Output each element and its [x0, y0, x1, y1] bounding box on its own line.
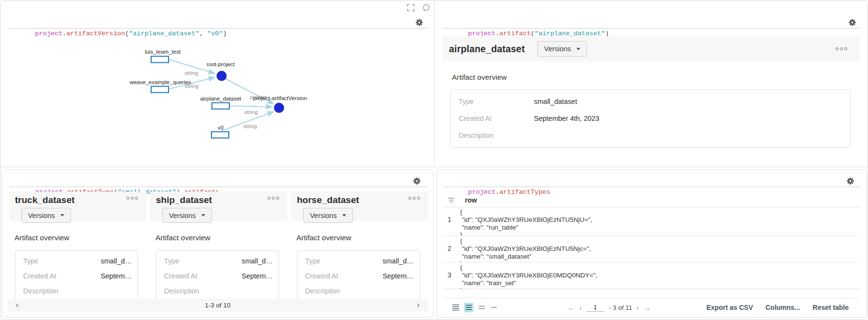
graph-node-root-project[interactable]	[217, 71, 226, 81]
artifact-header: airplane_dataset Versions	[443, 36, 860, 61]
artifact-card-horse-dataset: horse_dataset Versions Artifact overview…	[291, 192, 428, 299]
chevron-down-icon	[60, 214, 64, 217]
node-label: project-artifactVersion	[253, 95, 307, 101]
graph-node-project-artifactversion[interactable]	[274, 103, 284, 113]
table-body: 1 { "id": "QXJ0aWZhY3RUeXBlOjEzNTU5NjU="…	[443, 207, 859, 298]
table-pagination: ← ‹ - 3 of 11 › →	[568, 303, 651, 312]
artifact-card-ship-dataset: ship_dataset Versions Artifact overview …	[150, 192, 287, 299]
row-label: Created At	[459, 115, 534, 122]
edge-label: string	[184, 70, 198, 76]
expression-editor[interactable]: project.artifact("airplane_dataset")	[443, 16, 860, 29]
row-number: 3	[443, 262, 460, 289]
expression-editor[interactable]: project.artifactType("small_dataset").ar…	[10, 175, 427, 187]
artifact-version-graph: string string project string string luis…	[0, 0, 434, 166]
row-value: September 4th, 2023	[534, 115, 599, 122]
more-options-icon[interactable]	[407, 197, 421, 200]
row-label: Type	[459, 98, 534, 105]
table-header: row	[443, 193, 859, 207]
row-json: { "id": "QXJ0aWZhY3RUeXBlOjEzNTU5Njc=", …	[460, 236, 859, 262]
graph-node-v0[interactable]	[211, 132, 229, 138]
row-density-controls	[452, 303, 498, 312]
node-label: weave_example_queries	[129, 79, 191, 85]
next-page-icon[interactable]: ›	[637, 304, 639, 312]
overview-section-title: Artifact overview	[155, 233, 210, 242]
node-label: v0	[218, 125, 224, 131]
page-range-label: - 3 of 11	[609, 304, 632, 311]
versions-dropdown[interactable]: Versions	[303, 208, 353, 223]
graph-node-luis-team-test[interactable]	[151, 57, 168, 63]
expression-editor[interactable]: project.artifactTypes	[443, 175, 860, 187]
table-footer: ← ‹ - 3 of 11 › → Export as CSV Columns.…	[443, 298, 859, 317]
overview-row: Description	[450, 127, 850, 144]
table-actions: Export as CSV Columns... Reset table	[706, 304, 849, 311]
row-number: 1	[443, 207, 460, 235]
overview-table: Typesmall_d… Created AtSeptem… Descripti…	[15, 250, 138, 299]
prev-page-icon[interactable]: ‹	[16, 299, 18, 312]
overview-row: Type small_dataset	[450, 93, 850, 110]
artifact-card-truck-dataset: truck_dataset Versions Artifact overview…	[9, 192, 146, 299]
more-options-icon[interactable]	[126, 197, 139, 200]
graph-node-airplane-dataset[interactable]	[212, 103, 229, 109]
node-label: luis_team_test	[145, 49, 181, 55]
export-csv-button[interactable]: Export as CSV	[706, 304, 753, 311]
panel-settings-gear-icon[interactable]	[849, 19, 856, 26]
table-row[interactable]: 3 { "id": "QXJ0aWZhY3RUeXBlOjE0MDQ0NDY="…	[443, 262, 859, 289]
chevron-down-icon	[576, 48, 580, 50]
first-page-icon[interactable]: ←	[568, 304, 575, 312]
row-json: { "id": "QXJ0aWZhY3RUeXBlOjE0MDQ0NDY=", …	[460, 262, 859, 289]
overview-row: Created At September 4th, 2023	[450, 110, 850, 127]
density-single-icon[interactable]	[490, 304, 498, 311]
panel-artifact: project.artifact("airplane_dataset") air…	[435, 0, 868, 167]
panel-settings-gear-icon[interactable]	[413, 177, 420, 185]
overview-section-title: Artifact overview	[452, 73, 507, 82]
chevron-down-icon	[342, 214, 346, 217]
page-number-input[interactable]	[586, 303, 604, 312]
last-page-icon[interactable]: →	[644, 304, 651, 312]
versions-dropdown[interactable]: Versions	[537, 41, 587, 57]
overview-table: Typesmall_d… Created AtSeptem… Descripti…	[297, 250, 420, 299]
panel-artifact-types: project.artifactTypes row 1 { "id": "QXJ…	[436, 169, 867, 318]
chevron-down-icon	[201, 214, 205, 217]
row-value: small_dataset	[534, 98, 577, 105]
table-row[interactable]: 2 { "id": "QXJ0aWZhY3RUeXBlOjEzNTU5Njc="…	[443, 236, 859, 262]
row-json: { "id": "QXJ0aWZhY3RUeXBlOjEzNTU5NjU=", …	[460, 207, 859, 235]
versions-dropdown[interactable]: Versions	[162, 208, 212, 223]
density-medium-icon-selected[interactable]	[464, 303, 474, 312]
graph-edge	[230, 106, 272, 107]
overview-table: Type small_dataset Created At September …	[450, 89, 851, 148]
overview-section-title: Artifact overview	[296, 233, 351, 242]
more-options-icon[interactable]	[266, 197, 280, 200]
edge-label: string	[243, 123, 257, 129]
overview-section-title: Artifact overview	[14, 233, 70, 242]
artifact-title: airplane_dataset	[449, 44, 525, 55]
node-label: airplane_dataset	[200, 96, 241, 102]
prev-page-icon[interactable]: ‹	[579, 304, 582, 312]
density-tall-icon[interactable]	[478, 304, 486, 311]
graph-node-weave-example-queries[interactable]	[151, 87, 168, 93]
panel-artifact-version: project.artifactVersion("airplane_datase…	[0, 0, 434, 167]
node-label: root-project	[207, 61, 235, 67]
row-label: Description	[459, 131, 534, 139]
versions-dropdown[interactable]: Versions	[21, 208, 71, 223]
page-range-label: 1-3 of 10	[205, 302, 230, 309]
more-options-icon[interactable]	[835, 47, 848, 50]
panel-settings-gear-icon[interactable]	[847, 177, 854, 185]
reset-table-button[interactable]: Reset table	[812, 304, 849, 311]
column-header-row[interactable]: row	[465, 196, 477, 204]
cards-pagination-bar: ‹ 1-3 of 10 ›	[7, 299, 428, 312]
row-number: 2	[443, 236, 460, 262]
table-row[interactable]: 1 { "id": "QXJ0aWZhY3RUeXBlOjEzNTU5NjU="…	[443, 207, 859, 236]
next-page-icon[interactable]: ›	[417, 299, 420, 312]
density-compact-icon[interactable]	[452, 304, 460, 311]
weave-board: project.artifactVersion("airplane_datase…	[0, 0, 868, 320]
panel-artifact-type-artifacts: project.artifactType("small_dataset").ar…	[2, 169, 434, 318]
columns-button[interactable]: Columns...	[766, 304, 800, 311]
edge-label: string	[244, 109, 258, 115]
filter-icon[interactable]	[448, 197, 455, 204]
overview-table: Typesmall_d… Created AtSeptem… Descripti…	[156, 250, 279, 299]
